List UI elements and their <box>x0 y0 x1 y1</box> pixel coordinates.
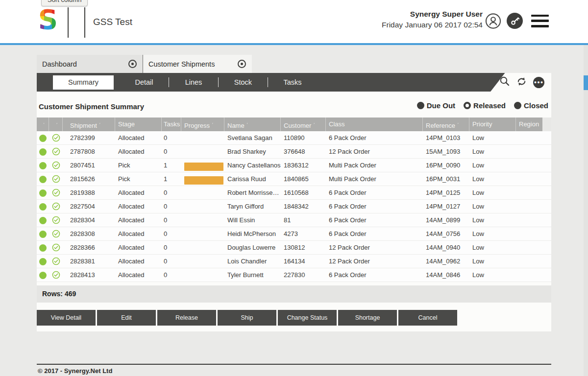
released-check-cell <box>49 227 63 240</box>
cell-reference: 14PM_0125 <box>423 186 469 199</box>
radio-icon-released <box>464 102 471 109</box>
search-icon[interactable] <box>499 76 510 89</box>
application-window: Sort column S <box>0 0 588 376</box>
cell-shipment: 2827504 <box>63 200 115 213</box>
sort-caret-icon: ′ <box>99 122 100 127</box>
rows-count: Rows: 469 <box>37 285 551 303</box>
table-row[interactable]: 2782399Allocated0Svetlana Sagan1108906 P… <box>37 131 551 145</box>
table-row[interactable]: 2828413Allocated0Tyler Burnett2278306 Pa… <box>37 268 551 282</box>
cell-class: 6 Pack Order <box>326 213 423 227</box>
table-scroll-strip <box>542 118 551 131</box>
filter-closed[interactable]: Closed <box>514 101 548 110</box>
subtab-dark-strip: Summary Detail Lines Stock Tasks <box>37 73 551 92</box>
change-status-button[interactable]: Change Status <box>278 310 337 326</box>
status-dot-icon <box>39 272 47 279</box>
cell-customer: 130812 <box>281 241 326 254</box>
cell-progress <box>181 174 224 185</box>
sort-caret-icon: ′ <box>212 122 213 127</box>
cell-tasks: 0 <box>162 268 181 282</box>
table-row[interactable]: 2828366Allocated0Douglas Lowerre13081212… <box>37 241 551 255</box>
column-header-released[interactable]: ′ <box>49 118 63 131</box>
key-icon[interactable] <box>507 13 523 29</box>
column-header-name[interactable]: Name′ <box>224 118 281 131</box>
close-icon[interactable] <box>128 60 137 68</box>
column-header-status[interactable]: ′ <box>37 118 49 131</box>
cell-stage: Allocated <box>115 213 162 227</box>
status-dot-cell <box>37 159 49 172</box>
cell-class: Multi Pack Order <box>326 159 423 172</box>
cell-tasks: 1 <box>162 159 181 172</box>
cell-name: Nancy Castellanos <box>224 159 281 172</box>
user-icon[interactable] <box>485 13 501 29</box>
sort-caret-icon: ′ <box>458 122 459 127</box>
cancel-button[interactable]: Cancel <box>398 310 457 326</box>
released-check-icon <box>52 202 60 211</box>
cell-name: Tyler Burnett <box>224 268 281 282</box>
released-check-cell <box>49 172 63 186</box>
column-header-progress[interactable]: Progress′ <box>181 118 224 131</box>
cell-name: Douglas Lowerre <box>224 241 281 254</box>
cell-name: Robert Morrissey… <box>224 186 281 199</box>
column-header-class[interactable]: Class <box>326 118 423 131</box>
status-dot-icon <box>39 258 47 265</box>
top-header-bar: Sort column S <box>0 0 588 44</box>
table-row[interactable]: 2807451Pick1Nancy Castellanos1836312Mult… <box>37 159 551 172</box>
column-header-tasks[interactable]: Tasks <box>162 118 181 131</box>
cell-priority: Low <box>469 227 516 240</box>
sort-caret-icon: ′ <box>44 122 45 127</box>
column-header-customer[interactable]: Customer′ <box>281 118 326 131</box>
tab-dashboard[interactable]: Dashboard <box>37 55 143 73</box>
sort-column-tooltip: Sort column <box>41 0 88 6</box>
cell-class: 12 Pack Order <box>326 145 423 158</box>
table-header-row: ′′Shipment′StageTasksProgress′Name′Custo… <box>37 118 551 131</box>
subtab-stock[interactable]: Stock <box>219 78 268 86</box>
table-row[interactable]: 2815626Pick1Carissa Ruud1840865Multi Pac… <box>37 172 551 186</box>
synergy-logo-icon: S <box>36 7 60 35</box>
radio-icon-due-out <box>417 102 424 109</box>
cell-shipment: 2807451 <box>63 159 115 172</box>
edit-button[interactable]: Edit <box>97 310 156 326</box>
shortage-button[interactable]: Shortage <box>338 310 397 326</box>
table-row[interactable]: 2828304Allocated0Will Essin816 Pack Orde… <box>37 213 551 227</box>
main-panel: Summary Detail Lines Stock Tasks <box>37 73 551 331</box>
table-row[interactable]: 2819388Allocated0Robert Morrissey…161056… <box>37 186 551 200</box>
menu-icon[interactable] <box>531 15 549 27</box>
table-row[interactable]: 2828308Allocated0Heidi McPherson42736 Pa… <box>37 227 551 241</box>
status-dot-icon <box>39 162 47 169</box>
status-dot-cell <box>37 186 49 199</box>
cell-reference: 14AM_0756 <box>423 227 469 240</box>
subtab-tasks[interactable]: Tasks <box>268 78 317 86</box>
tab-customer-shipments[interactable]: Customer Shipments <box>143 55 252 73</box>
cell-shipment: 2828308 <box>63 227 115 240</box>
scrollbar-thumb[interactable] <box>584 75 588 90</box>
column-header-reference[interactable]: Reference′ <box>423 118 469 131</box>
refresh-icon[interactable] <box>516 76 527 89</box>
table-row[interactable]: 2828381Allocated0Lois Chandler16413412 P… <box>37 255 551 268</box>
cell-reference: 14AM_0940 <box>423 241 469 254</box>
cell-class: Multi Pack Order <box>326 172 423 186</box>
ellipsis-icon[interactable]: ●●● <box>533 77 544 88</box>
footer-divider <box>37 364 551 365</box>
user-block: Synergy Super User Friday January 06 201… <box>382 10 483 29</box>
subtab-lines[interactable]: Lines <box>169 78 218 86</box>
table-row[interactable]: 2827504Allocated0Taryn Gifford18483426 P… <box>37 200 551 213</box>
column-header-stage[interactable]: Stage <box>115 118 162 131</box>
column-header-region[interactable]: Region <box>516 118 542 131</box>
table-row[interactable]: 2787808Allocated0Brad Sharkey37664812 Pa… <box>37 145 551 159</box>
cell-reference: 15AM_1093 <box>423 145 469 158</box>
view-detail-button[interactable]: View Detail <box>37 310 96 326</box>
filter-released[interactable]: Released <box>464 101 506 110</box>
ship-button[interactable]: Ship <box>218 310 276 326</box>
column-header-shipment[interactable]: Shipment′ <box>63 118 115 131</box>
release-button[interactable]: Release <box>157 310 216 326</box>
cell-reference: 14AM_0962 <box>423 255 469 268</box>
released-check-icon <box>52 230 60 238</box>
column-header-priority[interactable]: Priority <box>469 118 516 131</box>
cell-tasks: 0 <box>162 200 181 213</box>
cell-shipment: 2828381 <box>63 255 115 268</box>
page-scrollbar[interactable] <box>584 45 588 376</box>
subtab-summary[interactable]: Summary <box>53 75 114 90</box>
filter-due-out[interactable]: Due Out <box>417 101 455 110</box>
close-icon[interactable] <box>238 60 246 68</box>
subtab-detail[interactable]: Detail <box>120 78 169 86</box>
